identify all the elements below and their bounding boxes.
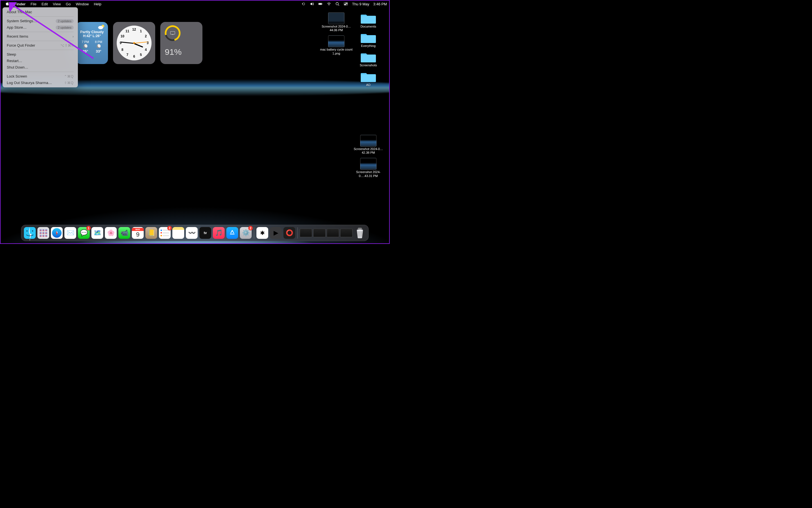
dock-app-calendar[interactable]: MAY9 [131,227,144,239]
menu-item-label: Recent Items [7,34,73,39]
volume-icon[interactable] [310,2,314,6]
spotlight-icon[interactable] [335,2,340,6]
dock-minimized-window[interactable] [340,227,353,239]
photos-icon: 🌸 [105,227,117,239]
dock-app-contacts[interactable]: 📒 [145,227,157,239]
facetime-icon: 📹 [118,227,130,239]
clock-number: 2 [145,34,147,38]
apple-menu-item[interactable]: About This Mac [4,9,76,15]
clock-number: 6 [133,54,135,58]
dock-minimized-window[interactable] [313,227,325,239]
icon-label: Screenshot 2024-0….43.31 PM [352,170,385,178]
desktop-icon[interactable]: Screenshot 2024-0…42.38 PM [352,135,385,155]
desktop-icon[interactable]: Everything [352,32,385,48]
file-thumbnail [328,12,344,24]
apple-menu-item[interactable]: Lock Screen⌃⌘Q [4,73,76,80]
maps-icon: 🗺️ [91,227,103,239]
dock-app-notes[interactable] [172,227,185,239]
dock: ✉️💬1🗺️🌸📹MAY9📒2〰️ tv🎵⚙️2✱▶⭕ [21,225,369,241]
battery-widget[interactable]: 91% [160,22,202,64]
menu-file[interactable]: File [28,2,39,6]
dock-app-reminders[interactable]: 2 [159,227,171,239]
battery-icon[interactable] [318,2,323,6]
menu-item-label: System Settings… [7,19,56,23]
svg-point-20 [27,230,28,231]
weather-condition-icon [98,24,105,31]
apple-menu-item[interactable]: App Store…2 updates [4,24,76,31]
menu-app-name[interactable]: Finder [12,2,28,6]
svg-rect-16 [361,35,376,43]
menu-go[interactable]: Go [63,2,73,6]
apple-menu-item[interactable]: System Settings…2 updates [4,18,76,24]
dock-app-launchpad[interactable] [37,227,49,239]
apple-menu-item[interactable]: Restart… [4,57,76,64]
apple-menu-item[interactable]: Sleep [4,51,76,57]
apple-menu-item[interactable]: Recent Items› [4,33,76,40]
dock-trash[interactable] [354,227,366,239]
dock-app-mail[interactable]: ✉️ [64,227,76,239]
safari-icon [51,227,63,239]
dock-app-quicktime[interactable]: ▶ [270,227,282,239]
menu-view[interactable]: View [50,2,63,6]
clock-widget[interactable]: 123456789101112 [113,22,155,64]
icon-label: Screenshot 2024-0…42.38 PM [352,147,385,155]
menu-item-label: About This Mac [7,10,74,14]
icon-label: Everything [361,44,376,48]
control-center-icon[interactable] [344,2,348,6]
desktop-icon[interactable]: Screenshot 2024-0….43.31 PM [352,158,385,178]
svg-rect-17 [361,55,376,62]
menu-shortcut: ⌃⌘Q [64,75,74,78]
battery-percent: 91% [165,47,199,57]
dock-app-messages[interactable]: 💬1 [78,227,90,239]
svg-rect-13 [170,32,175,34]
apple-menu-item[interactable]: Force Quit Finder⌥⇧⌘⎋ [4,42,76,49]
menubar-date[interactable]: Thu 9 May [352,2,369,6]
dock-app-finder[interactable] [24,227,36,239]
apple-menu-button[interactable] [3,2,12,6]
desktop-icon[interactable]: Documents [352,12,385,28]
dock-app-photos[interactable]: 🌸 [105,227,117,239]
menu-help[interactable]: Help [91,2,104,6]
dock-minimized-window[interactable] [327,227,339,239]
desktop-icon[interactable]: AD [352,71,385,87]
desktop-icon[interactable]: Screenshots [352,51,385,67]
mail-icon: ✉️ [64,227,76,239]
desktop-icon[interactable]: mac battery cycle count 1.png [320,35,353,55]
dock-app-tv[interactable]: tv [199,227,211,239]
apple-menu-item[interactable]: Shut Down… [4,64,76,71]
dock-app-facetime[interactable]: 📹 [118,227,130,239]
calendar-icon: MAY9 [132,227,144,239]
moon-icon [97,44,101,48]
menu-window[interactable]: Window [73,2,91,6]
dock-app-appstore[interactable] [226,227,238,239]
menu-edit[interactable]: Edit [39,2,50,6]
menu-item-label: Restart… [7,59,74,63]
folder-icon [361,71,376,83]
contacts-icon: 📒 [145,227,157,239]
dock-app-safari[interactable] [51,227,63,239]
menubar: Finder File Edit View Go Window Help Thu… [1,1,389,7]
apple-menu-item[interactable]: Log Out Shaurya Sharma…⇧⌘Q [4,80,76,86]
desktop-icon[interactable]: Screenshot 2024-0…44.06 PM [320,12,353,32]
wifi-icon[interactable] [327,2,331,6]
clock-number: 4 [145,48,147,52]
freeform-icon: 〰️ [186,227,198,239]
opera-icon: ⭕ [283,227,295,239]
dock-app-music[interactable]: 🎵 [212,227,225,239]
dock-app-freeform[interactable]: 〰️ [186,227,198,239]
icon-label: Documents [360,25,376,28]
folder-icon [361,12,376,24]
dock-app-slack[interactable]: ✱ [256,227,269,239]
dock-app-settings[interactable]: ⚙️2 [239,227,252,239]
dock-app-opera[interactable]: ⭕ [283,227,296,239]
launchpad-icon [37,227,49,239]
folder-icon [361,51,376,63]
dock-app-maps[interactable]: 🗺️ [91,227,104,239]
creative-cloud-icon[interactable] [301,2,306,6]
window-thumbnail [300,229,312,237]
menu-item-label: Sleep [7,52,74,56]
weather-widget[interactable]: Partly Cloudy H:42° L:26° 7 PM 35° 8 PM … [76,22,108,64]
file-thumbnail [360,135,377,147]
menubar-time[interactable]: 3:46 PM [373,2,387,6]
dock-minimized-window[interactable] [300,227,312,239]
